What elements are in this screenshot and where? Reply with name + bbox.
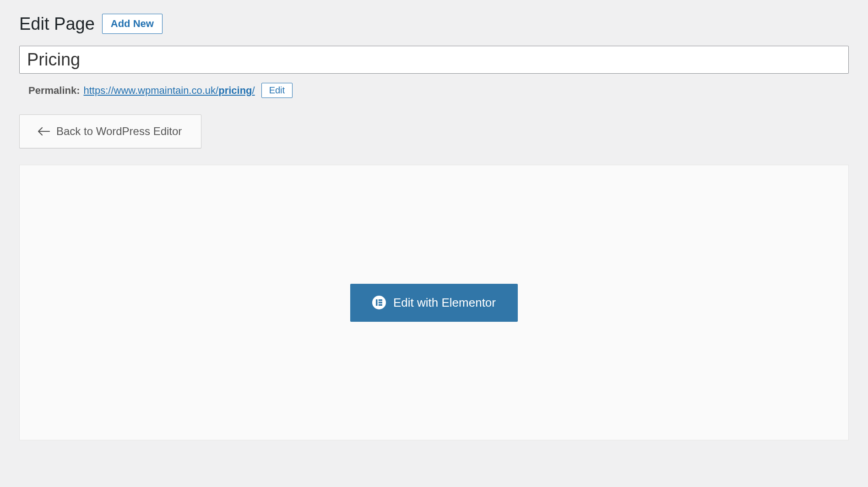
- elementor-icon: [372, 296, 386, 309]
- page-header: Edit Page Add New: [19, 14, 849, 34]
- permalink-edit-button[interactable]: Edit: [261, 83, 293, 98]
- back-button-label: Back to WordPress Editor: [56, 125, 182, 138]
- editor-panel: Edit with Elementor: [19, 165, 849, 440]
- permalink-trailing: /: [252, 85, 255, 96]
- svg-rect-0: [376, 299, 378, 306]
- elementor-button-label: Edit with Elementor: [393, 296, 496, 310]
- page-title-input[interactable]: [19, 46, 849, 74]
- arrow-left-icon: [38, 125, 50, 137]
- back-to-wp-editor-button[interactable]: Back to WordPress Editor: [19, 114, 201, 148]
- svg-rect-1: [379, 299, 382, 301]
- permalink-base: https://www.wpmaintain.co.uk/: [84, 85, 219, 96]
- svg-rect-3: [379, 304, 382, 306]
- add-new-button[interactable]: Add New: [102, 14, 163, 34]
- permalink-row: Permalink: https://www.wpmaintain.co.uk/…: [19, 83, 849, 98]
- permalink-label: Permalink:: [28, 85, 80, 97]
- permalink-link[interactable]: https://www.wpmaintain.co.uk/pricing/: [84, 85, 255, 97]
- edit-with-elementor-button[interactable]: Edit with Elementor: [350, 284, 518, 322]
- svg-rect-2: [379, 302, 382, 303]
- page-title: Edit Page: [19, 14, 95, 34]
- permalink-slug: pricing: [218, 85, 252, 96]
